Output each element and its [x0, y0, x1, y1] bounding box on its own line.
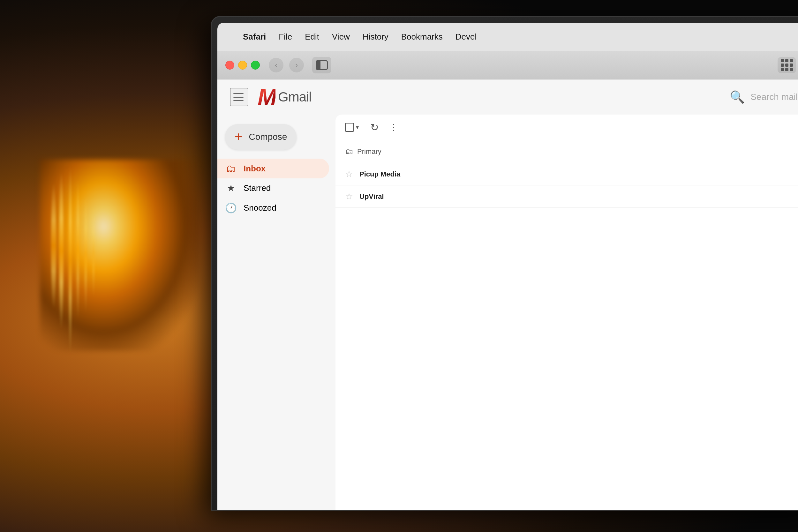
gmail-text-logo: Gmail — [278, 89, 311, 105]
maximize-button[interactable] — [251, 61, 260, 70]
star-icon[interactable]: ☆ — [345, 191, 353, 202]
star-icon[interactable]: ☆ — [345, 169, 353, 179]
email-row[interactable]: ☆ Picup Media — [336, 163, 798, 185]
inbox-label: Inbox — [244, 164, 266, 174]
menu-bookmarks[interactable]: Bookmarks — [401, 32, 443, 42]
gmail-header: M Gmail 🔍 Search mail — [217, 79, 798, 115]
sidebar-item-starred[interactable]: ★ Starred — [217, 178, 329, 198]
tab-primary[interactable]: 🗂 Primary — [345, 144, 381, 159]
grid-view-button[interactable] — [778, 57, 796, 73]
hamburger-icon — [233, 100, 244, 101]
email-toolbar: ▾ ↻ ⋮ — [336, 115, 798, 140]
gmail-m-logo: M — [258, 86, 276, 109]
tabs-row: 🗂 Primary — [336, 140, 798, 163]
close-button[interactable] — [225, 61, 234, 70]
menu-view[interactable]: View — [332, 32, 350, 42]
hamburger-icon — [233, 97, 244, 98]
menu-devel[interactable]: Devel — [456, 32, 477, 42]
starred-label: Starred — [244, 183, 271, 193]
gmail-main: ▾ ↻ ⋮ 🗂 Primary ☆ — [336, 115, 798, 510]
primary-tab-label: Primary — [357, 148, 381, 156]
laptop-frame: Safari File Edit View History Bookmarks … — [211, 16, 798, 511]
email-row[interactable]: ☆ UpViral — [336, 185, 798, 208]
search-icon: 🔍 — [730, 90, 745, 104]
chevron-down-icon: ▾ — [356, 124, 359, 131]
checkbox-icon — [345, 123, 354, 132]
grid-icon — [781, 59, 793, 71]
search-area[interactable]: 🔍 Search mail — [730, 90, 798, 104]
minimize-button[interactable] — [238, 61, 247, 70]
menu-file[interactable]: File — [279, 32, 292, 42]
forward-button[interactable]: › — [289, 58, 304, 73]
menu-history[interactable]: History — [363, 32, 388, 42]
back-icon: ‹ — [275, 61, 278, 70]
snoozed-icon: 🕐 — [225, 202, 236, 213]
sidebar-item-snoozed[interactable]: 🕐 Snoozed — [217, 198, 329, 218]
compose-label: Compose — [249, 132, 287, 142]
primary-tab-icon: 🗂 — [345, 147, 353, 156]
compose-plus-icon: + — [234, 130, 243, 144]
inbox-icon: 🗂 — [225, 163, 236, 174]
hamburger-menu-button[interactable] — [230, 88, 248, 106]
gmail-body: + Compose 🗂 Inbox ★ Starred 🕐 Snoozed — [217, 115, 798, 510]
menu-safari[interactable]: Safari — [243, 32, 266, 42]
snoozed-label: Snoozed — [244, 203, 277, 213]
search-placeholder: Search mail — [750, 92, 798, 102]
forward-icon: › — [295, 61, 298, 70]
sidebar-item-inbox[interactable]: 🗂 Inbox — [217, 158, 329, 178]
compose-button[interactable]: + Compose — [225, 124, 297, 150]
macos-menubar: Safari File Edit View History Bookmarks … — [217, 23, 798, 51]
menu-edit[interactable]: Edit — [305, 32, 319, 42]
star-sidebar-icon: ★ — [225, 183, 236, 193]
hamburger-icon — [233, 93, 244, 94]
gmail-logo: M Gmail — [258, 86, 311, 109]
sender-name: UpViral — [359, 192, 442, 201]
gmail-content: M Gmail 🔍 Search mail + Compose — [217, 79, 798, 510]
background-streaks — [40, 159, 200, 383]
sidebar-toggle-icon — [316, 60, 328, 70]
screen-bezel: Safari File Edit View History Bookmarks … — [217, 23, 798, 510]
back-button[interactable]: ‹ — [269, 58, 283, 73]
sender-name: Picup Media — [359, 170, 442, 178]
sidebar-toggle-button[interactable] — [312, 57, 331, 73]
safari-toolbar: ‹ › — [217, 51, 798, 79]
gmail-sidebar: + Compose 🗂 Inbox ★ Starred 🕐 Snoozed — [217, 115, 336, 510]
select-all-checkbox[interactable]: ▾ — [345, 123, 359, 132]
refresh-button[interactable]: ↻ — [370, 121, 379, 133]
traffic-lights — [225, 61, 260, 70]
more-options-button[interactable]: ⋮ — [389, 122, 399, 132]
